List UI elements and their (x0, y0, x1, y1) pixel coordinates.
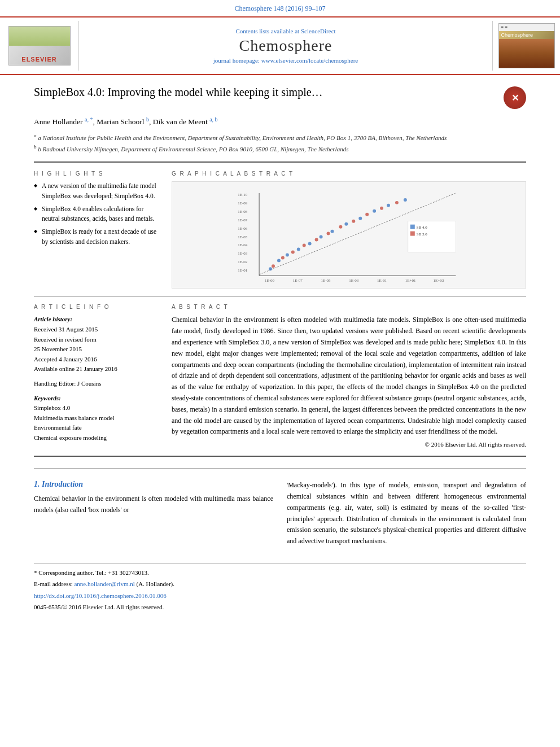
homepage-label: journal homepage: (213, 57, 260, 64)
svg-point-29 (404, 198, 407, 202)
article-info-heading: A R T I C L E I N F O (34, 304, 158, 310)
svg-point-18 (269, 267, 272, 270)
svg-rect-44 (410, 231, 414, 235)
separator-3 (34, 456, 526, 457)
svg-text:1E-09: 1E-09 (265, 278, 275, 283)
intro-title: 1. Introduction (34, 480, 273, 489)
history-label: Article history: (34, 314, 158, 325)
svg-rect-41 (408, 221, 456, 252)
keywords-label: Keywords: (34, 394, 158, 404)
svg-point-35 (326, 231, 330, 235)
svg-point-33 (302, 243, 305, 247)
graphical-abstract-heading: G R A P H I C A L A B S T R A C T (172, 171, 526, 177)
revised-date: 25 November 2015 (34, 344, 158, 355)
svg-text:1E-05: 1E-05 (321, 278, 331, 283)
main-content: SimpleBox 4.0: Improving the model while… (0, 75, 560, 626)
journal-header: Contents lists available at ScienceDirec… (0, 16, 560, 75)
svg-point-26 (358, 217, 362, 220)
intro-two-col: 1. Introduction Chemical behavior in the… (34, 480, 526, 552)
corresponding-note: * Corresponding author. Tel.: +31 302743… (34, 568, 526, 578)
sciencedirect-link[interactable]: ScienceDirect (301, 28, 336, 34)
crossmark-badge[interactable] (504, 86, 526, 109)
svg-text:SB 4.0: SB 4.0 (416, 225, 427, 229)
received-date: Received 31 August 2015 (34, 325, 158, 335)
contents-label: Contents lists available at (235, 28, 299, 34)
svg-text:1E-10: 1E-10 (238, 193, 248, 197)
highlights-graphical-row: H I G H L I G H T S A new version of the… (34, 171, 526, 289)
article-info-content: Article history: Received 31 August 2015… (34, 314, 158, 443)
email-suffix: (A. Hollander). (137, 580, 175, 587)
elsevier-logo-image (8, 26, 71, 65)
svg-text:1E-01: 1E-01 (238, 268, 248, 273)
contents-text: Contents lists available at ScienceDirec… (235, 28, 335, 34)
svg-point-22 (308, 242, 311, 245)
authors-line: Anne Hollander a, *, Marian Schoorl b, D… (34, 115, 526, 128)
highlight-1: A new version of the multimedia fate mod… (34, 181, 158, 201)
footer-section: * Corresponding author. Tel.: +31 302743… (34, 563, 526, 612)
intro-num: 1. (34, 480, 40, 488)
abstract-heading: A B S T R A C T (172, 304, 526, 310)
history-label-text: Article history: (34, 316, 72, 322)
svg-text:1E-07: 1E-07 (292, 278, 303, 283)
svg-point-19 (277, 259, 281, 262)
svg-point-24 (330, 229, 334, 233)
affiliation-a-text: a National Institute for Public Health a… (38, 134, 447, 141)
svg-text:1E+01: 1E+01 (405, 278, 416, 283)
corresponding-note-text: * Corresponding author. Tel.: +31 302743… (34, 569, 149, 576)
affiliation-b-text: b Radboud University Nijmegen, Departmen… (38, 146, 348, 152)
svg-text:SB 3.0: SB 3.0 (416, 231, 427, 236)
svg-point-38 (365, 213, 369, 216)
svg-text:1E-07: 1E-07 (238, 218, 248, 222)
journal-title: Chemosphere (239, 37, 333, 55)
keyword-3: Environmental fate (34, 423, 158, 433)
svg-text:1E-08: 1E-08 (238, 209, 248, 214)
svg-point-27 (373, 209, 376, 213)
svg-text:1E-09: 1E-09 (238, 201, 248, 206)
homepage-url[interactable]: www.elsevier.com/locate/chemosphere (261, 57, 358, 64)
abstract-col: A B S T R A C T Chemical behavior in the… (172, 304, 526, 448)
keyword-2: Multimedia mass balance model (34, 413, 158, 423)
svg-rect-42 (410, 224, 414, 229)
affiliations: a a National Institute for Public Health… (34, 132, 526, 154)
svg-text:1E-06: 1E-06 (238, 226, 248, 230)
highlights-heading: H I G H L I G H T S (34, 171, 158, 177)
article-title: SimpleBox 4.0: Improving the model while… (34, 84, 504, 100)
svg-text:1E-03: 1E-03 (238, 251, 248, 256)
affiliation-b: b b Radboud University Nijmegen, Departm… (34, 143, 526, 154)
graph-placeholder: 1E-10 1E-09 1E-08 1E-07 1E-06 1E-05 1E-0… (172, 182, 526, 288)
right-journal-top: ≡ ≡ (499, 24, 554, 31)
svg-point-32 (291, 250, 294, 254)
intro-right-col: 'Mackay-models'). In this type of models… (287, 480, 526, 552)
graphical-abstract-col: G R A P H I C A L A B S T R A C T 1E-10 … (172, 171, 526, 289)
elsevier-logo-area (0, 21, 79, 71)
copyright-line: 0045-6535/© 2016 Elsevier Ltd. All right… (34, 602, 526, 612)
svg-text:1E-04: 1E-04 (238, 243, 248, 247)
email-note: E-mail address: anne.hollander@rivm.nl (… (34, 579, 526, 589)
available-online: Available online 21 January 2016 (34, 364, 158, 374)
svg-point-28 (387, 204, 390, 207)
right-journal-image: ≡ ≡ Chemosphere (498, 23, 555, 68)
highlight-2: SimpleBox 4.0 enables calculations for n… (34, 204, 158, 224)
svg-text:1E-01: 1E-01 (377, 278, 387, 283)
affiliation-a: a a National Institute for Public Health… (34, 132, 526, 142)
svg-point-31 (281, 256, 285, 259)
highlights-col: H I G H L I G H T S A new version of the… (34, 171, 158, 289)
info-abstract-row: A R T I C L E I N F O Article history: R… (34, 304, 526, 448)
handling-editor: Handling Editor: J Cousins (34, 379, 158, 389)
highlight-3: SimpleBox is ready for a next decade of … (34, 227, 158, 247)
highlights-list: A new version of the multimedia fate mod… (34, 181, 158, 247)
scatter-plot-svg: 1E-10 1E-09 1E-08 1E-07 1E-06 1E-05 1E-0… (181, 187, 517, 283)
svg-point-30 (272, 264, 275, 268)
email-link[interactable]: anne.hollander@rivm.nl (74, 580, 134, 587)
svg-text:1E+03: 1E+03 (433, 278, 444, 283)
svg-point-23 (319, 235, 322, 238)
author-3: Dik van de Meent a, b (153, 117, 218, 126)
right-journal-title: Chemosphere (499, 31, 536, 39)
accepted-date: Accepted 4 January 2016 (34, 355, 158, 365)
svg-point-37 (352, 220, 355, 223)
author-2: Marian Schoorl b (97, 117, 149, 126)
doi-link[interactable]: http://dx.doi.org/10.1016/j.chemosphere.… (34, 592, 167, 599)
separator-1 (34, 161, 526, 163)
abstract-text: Chemical behavior in the environment is … (172, 314, 526, 438)
journal-header-center: Contents lists available at ScienceDirec… (79, 21, 492, 71)
